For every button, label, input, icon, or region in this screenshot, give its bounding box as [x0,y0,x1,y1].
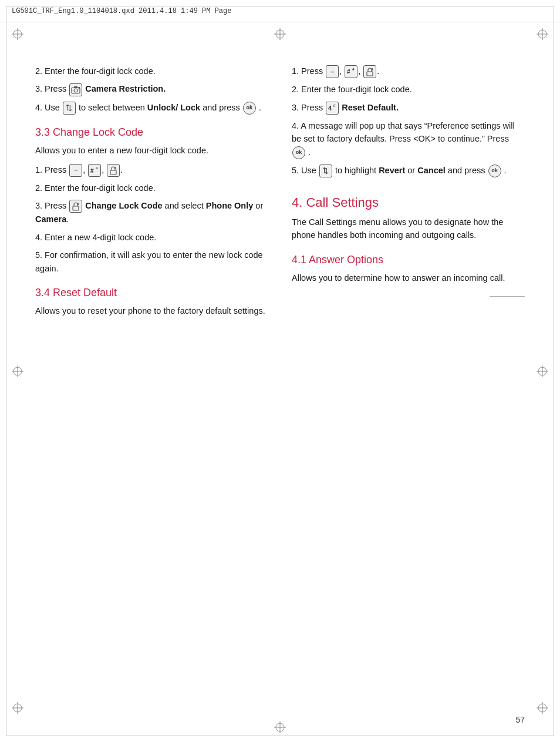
ud-arrow-icon: ⇅ [63,102,76,115]
ok-icon-2: ok [292,146,305,159]
step-33-1: 1. Press –, # 4 , 3 . [35,163,268,177]
section-33-body: Allows you to enter a new four-digit loc… [35,145,268,157]
camera-key-icon: 2 [69,83,82,96]
step-33-2: 2. Enter the four-digit lock code. [35,182,268,194]
col-left: 2. Enter the four-digit lock code. 3. Pr… [35,29,268,707]
divider-line [490,296,525,297]
unlock-lock-text: Unlock/ Lock [147,103,200,112]
reg-mark-mid-left [12,365,23,377]
svg-rect-36 [367,72,373,76]
reg-mark-top-left [12,28,23,40]
left-item-3: 3. Press 2 Camera Restriction. [35,82,268,96]
svg-text:3: 3 [371,68,373,71]
minus-key-icon-2: – [326,65,339,78]
page-number: 57 [515,715,525,724]
svg-rect-30 [110,170,116,174]
svg-text:F: F [333,104,336,108]
reg-mark-bottom-right [537,702,548,714]
revert-label: Revert [379,166,405,175]
4f-key-icon: 4 F [326,102,339,115]
reg-mark-top-right [537,28,548,40]
camera-label: Camera [35,214,66,224]
step-33-3: 3. Press 3 Change Lock Code and select P… [35,199,268,226]
step-rd-5: 5. Use ⇅ to highlight Revert or Cancel a… [292,164,525,177]
svg-rect-32 [73,206,79,210]
step-rd-2: 2. Enter the four-digit lock code. [292,83,525,96]
section-34-heading: 3.4 Reset Default [35,287,268,299]
step-33-4: 4. Enter a new 4-digit lock code. [35,231,268,244]
minus-key-icon-1: – [69,164,82,177]
cancel-label: Cancel [417,166,446,175]
main-content: 2. Enter the four-digit lock code. 3. Pr… [35,29,525,707]
lock3-key-icon-3: 3 [363,65,376,78]
svg-text:4: 4 [96,166,98,170]
col-right: 1. Press –, # 4 , 3 . 2. Enter the four-… [292,29,525,707]
svg-rect-26 [74,86,77,88]
step-rd-4: 4. A message will pop up that says “Pref… [292,119,525,159]
svg-text:#: # [90,167,94,174]
phone-only-label: Phone Only [206,201,254,210]
reset-default-label: Reset Default. [342,103,399,112]
lock3-key-icon-1: 3 [107,164,120,177]
reg-mark-mid-right [537,365,548,377]
hash4-key-icon-2: # 4 [345,65,357,78]
ud-arrow-icon-2: ⇅ [319,164,332,177]
hash4-key-icon-1: # 4 [88,164,101,177]
svg-text:4: 4 [328,105,332,112]
step-33-5: 5. For confirmation, it will ask you to … [35,249,268,275]
svg-text:#: # [347,69,350,75]
ok-icon-3: ok [488,164,501,177]
left-item-4: 4. Use ⇅ to select between Unlock/ Lock … [35,101,268,115]
section-34-body: Allows you to reset your phone to the fa… [35,305,268,318]
change-lock-code-label: Change Lock Code [85,201,162,210]
section-4-heading: 4. Call Settings [292,195,525,210]
left-item-2: 2. Enter the four-digit lock code. [35,65,268,78]
section-41-heading: 4.1 Answer Options [292,254,525,266]
svg-point-25 [74,89,77,92]
camera-restriction-label: Camera Restriction. [85,84,166,93]
lock3-key-icon-2: 3 [69,200,82,213]
svg-text:3: 3 [114,166,117,170]
reg-mark-bottom-center [274,721,286,733]
svg-text:3: 3 [77,202,79,206]
svg-text:4: 4 [352,68,355,71]
section-4-body: The Call Settings menu allows you to des… [292,216,525,242]
reg-mark-bottom-left [12,702,23,714]
section-33-heading: 3.3 Change Lock Code [35,126,268,139]
section-41-body: Allows you to determine how to answer an… [292,272,525,285]
step-rd-3: 3. Press 4 F Reset Default. [292,101,525,115]
ok-icon-1: ok [243,102,256,115]
step-rd-1: 1. Press –, # 4 , 3 . [292,65,525,78]
